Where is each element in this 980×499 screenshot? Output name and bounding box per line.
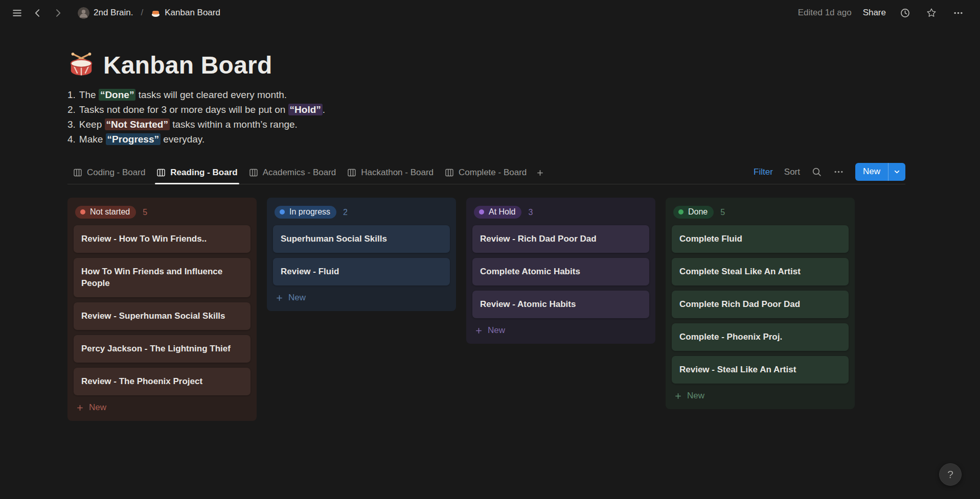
kanban-card-complete-fluid[interactable]: Complete Fluid [672, 225, 849, 253]
rule-text: Make [79, 134, 106, 145]
plus-icon [674, 392, 682, 400]
new-button-group: New [855, 163, 905, 181]
search-icon[interactable] [811, 167, 822, 177]
back-arrow-icon[interactable] [30, 5, 45, 20]
column-header: At Hold3 [472, 203, 649, 225]
column-header: Done5 [672, 203, 849, 225]
board-column-done: Done5Complete FluidComplete Steal Like A… [666, 198, 855, 409]
board-view-icon [347, 168, 356, 177]
kanban-card-review-how-to-win-friends[interactable]: Review - How To Win Friends.. [74, 225, 250, 253]
add-card-label: New [687, 391, 704, 401]
kanban-card-review-steal-like-an-artist[interactable]: Review - Steal Like An Artist [672, 356, 849, 384]
views-bar: Coding - BoardReading - BoardAcademics -… [67, 163, 905, 184]
page-title-row: Kanban Board [67, 51, 905, 79]
add-view-plus-icon[interactable] [532, 164, 548, 183]
topbar-right: Edited 1d ago Share [798, 5, 966, 20]
status-badge-in-progress[interactable]: In progress [275, 206, 336, 219]
column-header: Not started5 [74, 203, 250, 225]
view-more-options-icon[interactable] [833, 167, 844, 177]
card-title: Review - How To Win Friends.. [81, 234, 207, 244]
kanban-card-complete-steal-like-an-artist[interactable]: Complete Steal Like An Artist [672, 258, 849, 286]
plus-icon [76, 404, 84, 412]
rule-number: 4. [67, 134, 76, 145]
star-icon[interactable] [924, 5, 939, 20]
status-label: In progress [289, 207, 330, 217]
card-title: Superhuman Social Skills [281, 234, 387, 244]
breadcrumb-page-title: Kanban Board [165, 8, 220, 18]
kanban-card-complete-atomic-habits[interactable]: Complete Atomic Habits [472, 258, 649, 286]
add-card-label: New [89, 402, 106, 413]
rule-text: . [323, 104, 325, 115]
add-card-button[interactable]: New [273, 286, 450, 304]
column-header: In progress2 [273, 203, 450, 225]
board-view-icon [249, 168, 258, 177]
card-title: Complete - Phoenix Proj. [679, 332, 782, 342]
kanban-card-review-rich-dad-poor-dad[interactable]: Review - Rich Dad Poor Dad [472, 225, 649, 253]
add-card-button[interactable]: New [672, 384, 849, 402]
text-highlight-blue: “Progress” [106, 133, 161, 145]
add-card-label: New [488, 325, 505, 336]
view-tab-complete-board[interactable]: Complete - Board [439, 163, 532, 184]
text-highlight-green: “Done” [99, 89, 136, 101]
status-label: Not started [90, 207, 130, 217]
add-card-button[interactable]: New [74, 395, 250, 414]
kanban-card-superhuman-social-skills[interactable]: Superhuman Social Skills [273, 225, 450, 253]
status-badge-done[interactable]: Done [673, 206, 714, 219]
edited-timestamp: Edited 1d ago [798, 8, 852, 18]
rule-number: 1. [67, 89, 76, 100]
page-crumb[interactable]: Kanban Board [148, 6, 223, 19]
chevron-down-icon[interactable] [888, 163, 905, 181]
view-tab-reading-board[interactable]: Reading - Board [151, 163, 243, 184]
kanban-card-review-fluid[interactable]: Review - Fluid [273, 258, 450, 286]
kanban-card-percy-jackson-the-lightning-thief[interactable]: Percy Jackson - The Lightning Thief [74, 335, 250, 363]
kanban-board: Not started5Review - How To Win Friends.… [67, 198, 905, 421]
add-card-button[interactable]: New [472, 318, 649, 337]
clock-icon[interactable] [897, 5, 913, 20]
kanban-card-complete-rich-dad-poor-dad[interactable]: Complete Rich Dad Poor Dad [672, 291, 849, 318]
card-title: Review - The Phoenix Project [81, 376, 202, 386]
menu-icon[interactable] [9, 5, 25, 20]
status-badge-at-hold[interactable]: At Hold [474, 206, 521, 219]
board-view-icon [445, 168, 454, 177]
card-title: Review - Steal Like An Artist [679, 365, 796, 374]
card-title: Review - Fluid [281, 267, 339, 276]
kanban-card-review-atomic-habits[interactable]: Review - Atomic Habits [472, 291, 649, 318]
kanban-card-review-the-phoenix-project[interactable]: Review - The Phoenix Project [74, 368, 250, 395]
kanban-card-review-superhuman-social-skills[interactable]: Review - Superhuman Social Skills [74, 302, 250, 330]
view-tab-coding-board[interactable]: Coding - Board [67, 163, 151, 184]
add-card-label: New [288, 293, 306, 303]
status-dot-icon [80, 209, 85, 215]
forward-arrow-icon[interactable] [50, 5, 65, 20]
filter-button[interactable]: Filter [754, 167, 773, 177]
view-tab-academics-board[interactable]: Academics - Board [243, 163, 342, 184]
more-options-icon[interactable] [950, 5, 966, 20]
share-button[interactable]: Share [863, 8, 886, 18]
board-view-icon [156, 168, 166, 177]
card-title: Review - Atomic Habits [480, 299, 576, 309]
kanban-card-how-to-win-friends-and-influence-people[interactable]: How To Win Friends and Influence People [74, 258, 250, 297]
status-dot-icon [678, 209, 683, 215]
card-title: Complete Fluid [679, 234, 742, 244]
rule-text: tasks will get cleared every month. [135, 89, 287, 100]
card-title: How To Win Friends and Influence People [81, 267, 222, 288]
status-badge-not-started[interactable]: Not started [75, 206, 136, 219]
card-list: Superhuman Social SkillsReview - Fluid [273, 225, 450, 286]
view-tab-hackathon-board[interactable]: Hackathon - Board [341, 163, 439, 184]
kanban-card-complete-phoenix-proj[interactable]: Complete - Phoenix Proj. [672, 323, 849, 351]
view-tabs: Coding - BoardReading - BoardAcademics -… [67, 163, 548, 184]
rule-number: 2. [67, 104, 76, 115]
workspace-name: 2nd Brain. [94, 8, 133, 18]
view-tab-label: Complete - Board [459, 168, 527, 178]
card-count: 5 [143, 208, 147, 217]
breadcrumb: 2nd Brain. / Kanban Board [75, 6, 223, 20]
workspace-crumb[interactable]: 2nd Brain. [75, 6, 136, 20]
rule-text: tasks within a month’s range. [170, 119, 298, 130]
card-count: 5 [720, 208, 725, 217]
rule-item: 1.The “Done” tasks will get cleared ever… [67, 87, 905, 102]
plus-icon [475, 327, 483, 335]
sort-button[interactable]: Sort [784, 167, 800, 177]
help-button[interactable]: ? [939, 463, 962, 486]
view-toolbar: Filter Sort New [754, 163, 905, 184]
card-count: 3 [528, 208, 533, 217]
new-button[interactable]: New [855, 163, 888, 181]
